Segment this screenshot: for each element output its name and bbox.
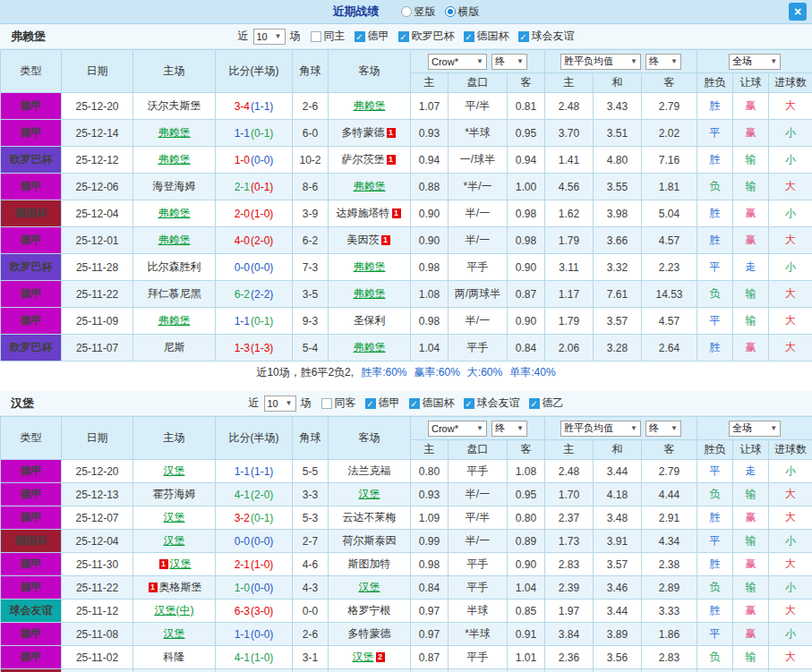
close-button[interactable]: × xyxy=(789,3,807,21)
recent-count-select[interactable]: 10 ▼ xyxy=(253,29,286,45)
team-link[interactable]: 圣保利 xyxy=(354,314,386,327)
team-link[interactable]: 霍芬海姆 xyxy=(153,488,196,500)
team-link[interactable]: 海登海姆 xyxy=(153,180,196,192)
team-link[interactable]: 美因茨 xyxy=(347,234,380,246)
scope-value: 全场 xyxy=(732,421,752,435)
team-link[interactable]: 荷尔斯泰因 xyxy=(343,534,397,547)
layout-horizontal-option[interactable]: 横版 xyxy=(445,4,480,20)
away-team-cell: 达姆施塔特1 xyxy=(329,200,411,227)
team-link[interactable]: 弗赖堡 xyxy=(158,207,191,219)
result-cell: 负 xyxy=(697,174,733,200)
handicap-result-cell: 赢 xyxy=(733,553,769,576)
team-link[interactable]: 比尔森胜利 xyxy=(148,260,201,273)
team-link[interactable]: 云达不莱梅 xyxy=(343,511,397,523)
team-link[interactable]: 斯图加特 xyxy=(348,557,391,570)
bookmaker-select[interactable]: Crow* ▼ xyxy=(428,421,487,437)
asia-home-odds: 0.90 xyxy=(411,227,449,254)
team-link[interactable]: 格罗宁根 xyxy=(348,604,391,617)
date-cell: 25-12-20 xyxy=(62,93,133,120)
filter-checkbox[interactable]: 德国杯 xyxy=(409,396,455,411)
team-link[interactable]: 汉堡(中) xyxy=(155,604,194,617)
eu-draw-odds: 3.43 xyxy=(594,93,642,120)
odds-average-select[interactable]: 胜平负均值 ▼ xyxy=(560,54,641,70)
team-link[interactable]: 达姆施塔特 xyxy=(337,207,390,219)
team-link[interactable]: 弗赖堡 xyxy=(354,260,386,273)
team-link[interactable]: 汉堡 xyxy=(359,581,380,593)
team-link[interactable]: 科隆 xyxy=(164,651,185,663)
odds-average-select[interactable]: 胜平负均值 ▼ xyxy=(560,421,641,437)
team-link[interactable]: 弗赖堡 xyxy=(158,153,191,166)
team-link[interactable]: 弗赖堡 xyxy=(354,180,386,192)
team-link[interactable]: 沃尔夫斯堡 xyxy=(148,99,201,112)
team-link[interactable]: 汉堡 xyxy=(164,464,185,477)
filter-checkbox[interactable]: 德甲 xyxy=(355,29,389,44)
away-team-cell: 美因茨1 xyxy=(329,227,411,254)
filter-checkbox[interactable]: 同客 xyxy=(321,396,356,411)
team-link[interactable]: 奥格斯堡 xyxy=(159,581,202,593)
filter-label: 德乙 xyxy=(543,396,564,411)
eu-draw-odds: 3.57 xyxy=(594,308,642,335)
col-type: 类型 xyxy=(1,50,62,93)
handicap-result-cell: 输 xyxy=(733,147,769,174)
eu-home-odds: 1.41 xyxy=(545,147,594,174)
goals-cell: 小 xyxy=(769,147,812,174)
asia-home-odds: 1.04 xyxy=(411,335,449,362)
team-link[interactable]: 弗赖堡 xyxy=(354,99,386,112)
team-link[interactable]: 汉堡 xyxy=(170,557,192,570)
corner-cell: 2-6 xyxy=(293,623,329,646)
team-link[interactable]: 弗赖堡 xyxy=(158,314,191,327)
col-asia-away: 客 xyxy=(508,73,545,93)
eu-draw-odds: 4.80 xyxy=(594,147,642,174)
result-cell: 平 xyxy=(697,120,733,147)
recent-count-select[interactable]: 10 ▼ xyxy=(264,396,296,412)
scope-select[interactable]: 全场 ▼ xyxy=(729,421,781,437)
filter-checkbox[interactable]: 欧罗巴杯 xyxy=(398,29,455,44)
filter-checkbox[interactable]: 球会友谊 xyxy=(464,396,520,411)
filter-checkbox[interactable]: 德甲 xyxy=(365,396,400,411)
result-header: 全场 ▼ xyxy=(697,417,812,440)
team-link[interactable]: 多特蒙德 xyxy=(342,126,385,139)
team-link[interactable]: 弗赖堡 xyxy=(354,341,386,353)
team-link[interactable]: 弗赖堡 xyxy=(158,126,191,139)
home-team-cell: 汉堡 xyxy=(133,506,216,530)
handicap-result-cell: 赢 xyxy=(733,227,769,254)
team-link[interactable]: 汉堡 xyxy=(164,534,185,547)
team-link[interactable]: 汉堡 xyxy=(164,627,185,640)
eu-final-select[interactable]: 终 ▼ xyxy=(645,421,681,437)
layout-vertical-option[interactable]: 竖版 xyxy=(401,4,436,20)
corner-cell: 7-3 xyxy=(293,254,329,281)
bookmaker-select[interactable]: Crow* ▼ xyxy=(428,54,487,70)
team-link[interactable]: 萨尔茨堡 xyxy=(342,153,385,166)
score-cell: 1-0(0-0) xyxy=(216,576,293,600)
team-link[interactable]: 汉堡 xyxy=(359,488,380,500)
corner-cell: 6-2 xyxy=(293,227,329,254)
chevron-down-icon: ▼ xyxy=(770,424,777,432)
team-link[interactable]: 法兰克福 xyxy=(348,464,391,477)
horizontal-option-label: 横版 xyxy=(458,4,480,20)
col-corner: 角球 xyxy=(293,50,329,93)
filter-checkbox[interactable]: 球会友谊 xyxy=(518,29,575,44)
halftime-score: (0-0) xyxy=(251,154,273,166)
red-card-badge: 2 xyxy=(376,652,385,662)
scope-select[interactable]: 全场 ▼ xyxy=(729,54,781,70)
score-cell: 1-1(0-0) xyxy=(216,623,293,646)
match-row: 德甲25-12-20汉堡1-1(1-1)5-5法兰克福0.80平手1.082.4… xyxy=(1,460,812,483)
score-cell: 4-1(1-0) xyxy=(216,646,293,669)
team-link[interactable]: 多特蒙德 xyxy=(348,627,391,640)
asia-final-select[interactable]: 终 ▼ xyxy=(491,54,527,70)
filter-checkbox[interactable]: 同主 xyxy=(311,29,346,44)
team-link[interactable]: 拜仁慕尼黑 xyxy=(148,287,201,300)
team-link[interactable]: 弗赖堡 xyxy=(354,287,386,300)
team-link[interactable]: 汉堡 xyxy=(164,511,185,523)
filter-checkbox[interactable]: 德国杯 xyxy=(464,29,509,44)
team-link[interactable]: 尼斯 xyxy=(164,341,185,353)
match-row: 德国杯25-12-04汉堡0-0(0-0)2-7荷尔斯泰因0.99半/一0.89… xyxy=(1,530,812,553)
match-row: 欧罗巴杯25-11-07尼斯1-3(1-3)5-4弗赖堡1.04平手0.842.… xyxy=(1,335,812,362)
team-link[interactable]: 弗赖堡 xyxy=(158,234,191,246)
asia-final-select[interactable]: 终 ▼ xyxy=(491,421,527,437)
corner-cell: 3-1 xyxy=(293,646,329,669)
team-link[interactable]: 汉堡 xyxy=(353,651,374,663)
eu-final-select[interactable]: 终 ▼ xyxy=(645,54,681,70)
filter-checkbox[interactable]: 德乙 xyxy=(529,396,564,411)
away-team-cell: 弗赖堡 xyxy=(329,335,411,362)
